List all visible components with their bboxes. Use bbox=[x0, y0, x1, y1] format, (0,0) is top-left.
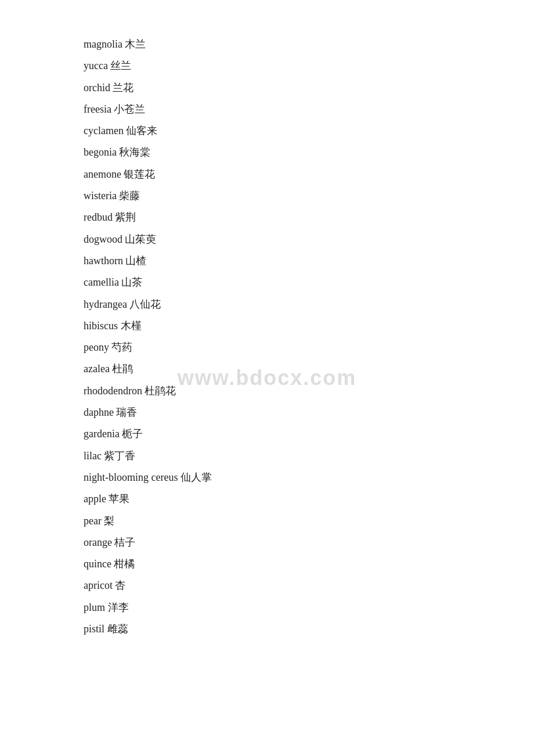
list-item: apricot 杏 bbox=[84, 576, 534, 595]
list-item: hibiscus 木槿 bbox=[84, 316, 534, 336]
list-item: yucca 丝兰 bbox=[84, 56, 534, 75]
content-area: magnolia 木兰yucca 丝兰orchid 兰花freesia 小苍兰c… bbox=[0, 0, 534, 676]
list-item: daphne 瑞香 bbox=[84, 403, 534, 422]
list-item: camellia 山茶 bbox=[84, 273, 534, 292]
list-item: freesia 小苍兰 bbox=[84, 100, 534, 119]
list-item: magnolia 木兰 bbox=[84, 35, 534, 54]
list-item: orchid 兰花 bbox=[84, 78, 534, 98]
list-item: pistil 雌蕊 bbox=[84, 620, 534, 639]
list-item: dogwood 山茱萸 bbox=[84, 230, 534, 249]
list-item: night-blooming cereus 仙人掌 bbox=[84, 468, 534, 487]
list-item: wisteria 柴藤 bbox=[84, 186, 534, 206]
list-item: anemone 银莲花 bbox=[84, 165, 534, 184]
list-item: gardenia 栀子 bbox=[84, 424, 534, 444]
list-item: azalea 杜鹃 bbox=[84, 359, 534, 379]
list-item: redbud 紫荆 bbox=[84, 208, 534, 227]
list-item: plum 洋李 bbox=[84, 598, 534, 617]
list-item: orange 桔子 bbox=[84, 533, 534, 552]
list-item: pear 梨 bbox=[84, 512, 534, 531]
list-item: quince 柑橘 bbox=[84, 555, 534, 574]
list-item: apple 苹果 bbox=[84, 489, 534, 509]
list-item: cyclamen 仙客来 bbox=[84, 121, 534, 141]
list-item: rhododendron 杜鹃花 bbox=[84, 381, 534, 401]
list-item: hydrangea 八仙花 bbox=[84, 295, 534, 314]
list-item: lilac 紫丁香 bbox=[84, 447, 534, 466]
list-item: begonia 秋海棠 bbox=[84, 143, 534, 162]
list-item: peony 芍药 bbox=[84, 338, 534, 357]
list-item: hawthorn 山楂 bbox=[84, 251, 534, 271]
